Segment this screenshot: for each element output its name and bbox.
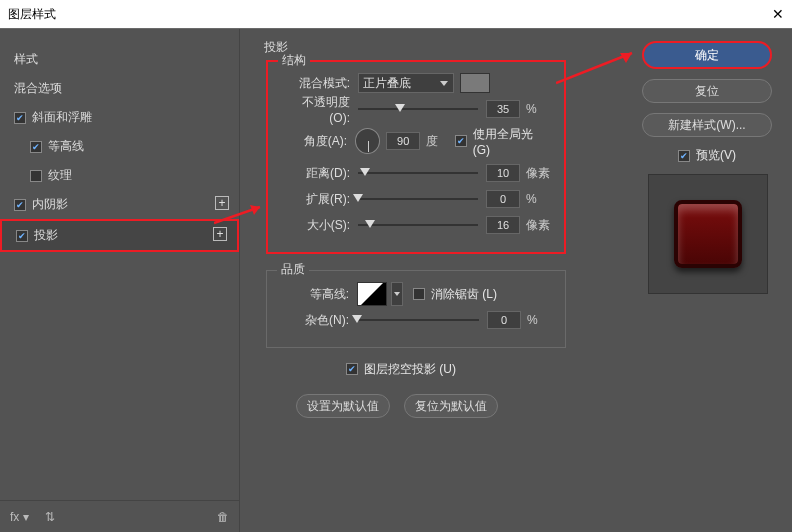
blend-options-label: 混合选项 (14, 80, 62, 97)
percent-unit: % (526, 192, 550, 206)
opacity-label: 不透明度(O): (282, 94, 350, 125)
sidebar-item-inner-shadow[interactable]: 内阴影 + (0, 190, 239, 219)
quality-group: 品质 等高线: 消除锯齿 (L) 杂色(N): % (266, 270, 566, 348)
size-label: 大小(S): (282, 217, 350, 234)
checkbox-icon[interactable] (14, 112, 26, 124)
px-unit: 像素 (526, 217, 550, 234)
sidebar-item-drop-shadow[interactable]: 投影 + (0, 219, 239, 252)
spread-slider[interactable] (358, 198, 478, 200)
distance-input[interactable] (486, 164, 520, 182)
degree-unit: 度 (426, 133, 449, 150)
reset-default-button[interactable]: 复位为默认值 (404, 394, 498, 418)
percent-unit: % (526, 102, 550, 116)
cancel-button[interactable]: 复位 (642, 79, 772, 103)
spread-label: 扩展(R): (282, 191, 350, 208)
sidebar-item-label: 纹理 (48, 167, 72, 184)
blend-mode-label: 混合模式: (282, 75, 350, 92)
angle-label: 角度(A): (282, 133, 347, 150)
antialias-checkbox[interactable] (413, 288, 425, 300)
styles-header: 样式 (0, 45, 239, 74)
global-light-checkbox[interactable] (455, 135, 467, 147)
noise-slider[interactable] (357, 319, 479, 321)
contour-dropdown-icon[interactable] (391, 282, 403, 306)
preview-label: 预览(V) (696, 147, 736, 164)
checkbox-icon[interactable] (16, 230, 28, 242)
quality-title: 品质 (277, 261, 309, 278)
sidebar-item-contour[interactable]: 等高线 (0, 132, 239, 161)
sidebar-item-bevel[interactable]: 斜面和浮雕 (0, 103, 239, 132)
svg-marker-1 (250, 205, 260, 215)
px-unit: 像素 (526, 165, 550, 182)
blend-mode-select[interactable]: 正片叠底 (358, 73, 454, 93)
knockout-checkbox[interactable] (346, 363, 358, 375)
contour-picker[interactable] (357, 282, 387, 306)
size-input[interactable] (486, 216, 520, 234)
noise-input[interactable] (487, 311, 521, 329)
distance-slider[interactable] (358, 172, 478, 174)
fx-menu[interactable]: fx ▾ (10, 510, 29, 524)
sidebar-item-label: 投影 (34, 227, 58, 244)
percent-unit: % (527, 313, 551, 327)
size-slider[interactable] (358, 224, 478, 226)
noise-label: 杂色(N): (281, 312, 349, 329)
checkbox-icon[interactable] (30, 141, 42, 153)
close-icon[interactable]: ✕ (772, 6, 784, 22)
spread-input[interactable] (486, 190, 520, 208)
knockout-label: 图层挖空投影 (U) (364, 361, 456, 378)
svg-marker-3 (620, 53, 632, 63)
ok-button[interactable]: 确定 (642, 41, 772, 69)
sidebar-item-label: 斜面和浮雕 (32, 109, 92, 126)
angle-input[interactable] (386, 132, 420, 150)
preview-gem-icon (674, 200, 742, 268)
svg-line-2 (556, 53, 632, 83)
sidebar-item-label: 内阴影 (32, 196, 68, 213)
preview-thumbnail (648, 174, 768, 294)
distance-label: 距离(D): (282, 165, 350, 182)
dialog-title: 图层样式 (8, 6, 56, 23)
structure-group: 结构 混合模式: 正片叠底 不透明度(O): % 角度(A): 度 使用全局光 … (266, 60, 566, 254)
antialias-label: 消除锯齿 (L) (431, 286, 497, 303)
structure-title: 结构 (278, 52, 310, 69)
preview-checkbox[interactable] (678, 150, 690, 162)
set-default-button[interactable]: 设置为默认值 (296, 394, 390, 418)
sidebar-item-texture[interactable]: 纹理 (0, 161, 239, 190)
sidebar-item-label: 等高线 (48, 138, 84, 155)
checkbox-icon[interactable] (30, 170, 42, 182)
arrows-icon[interactable]: ⇅ (45, 510, 55, 524)
shadow-color-swatch[interactable] (460, 73, 490, 93)
global-light-label: 使用全局光 (G) (473, 126, 550, 157)
new-style-button[interactable]: 新建样式(W)... (642, 113, 772, 137)
opacity-input[interactable] (486, 100, 520, 118)
plus-icon[interactable]: + (213, 227, 227, 241)
checkbox-icon[interactable] (14, 199, 26, 211)
plus-icon[interactable]: + (215, 196, 229, 210)
blend-options-item[interactable]: 混合选项 (0, 74, 239, 103)
contour-label: 等高线: (281, 286, 349, 303)
panel-title: 投影 (264, 39, 612, 56)
trash-icon[interactable]: 🗑 (217, 510, 229, 524)
opacity-slider[interactable] (358, 108, 478, 110)
angle-dial[interactable] (355, 128, 380, 154)
